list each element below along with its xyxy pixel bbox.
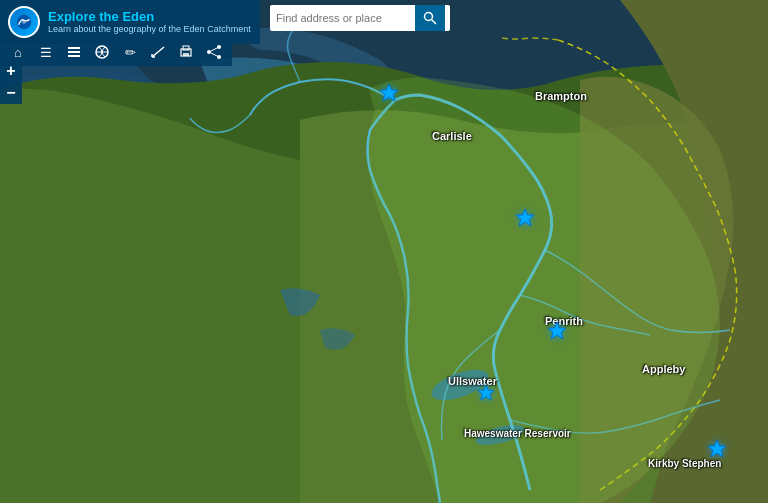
zoom-out-button[interactable]: − [0,82,22,104]
svg-rect-10 [68,51,80,53]
toolbar: ⌂ ☰ ✏ [0,38,232,66]
draw-tool[interactable]: ✏ [120,42,140,62]
svg-rect-9 [68,47,80,49]
list-tool[interactable]: ☰ [36,42,56,62]
svg-rect-19 [183,53,189,56]
svg-point-21 [207,50,211,54]
zoom-controls: + − [0,60,22,104]
svg-rect-11 [68,55,80,57]
svg-line-24 [211,53,217,56]
search-button[interactable] [415,5,445,31]
zoom-in-button[interactable]: + [0,60,22,82]
measure-tool[interactable] [148,42,168,62]
svg-point-20 [217,45,221,49]
share-tool[interactable] [204,42,224,62]
map-container: Explore the Eden Learn about the geograp… [0,0,768,503]
svg-line-23 [211,48,217,51]
header-text: Explore the Eden Learn about the geograp… [48,9,251,35]
svg-point-6 [22,20,26,24]
print-tool[interactable] [176,42,196,62]
svg-point-7 [425,13,433,21]
svg-line-8 [432,20,437,25]
layers-tool[interactable] [64,42,84,62]
search-bar[interactable] [270,5,450,31]
app-title: Explore the Eden [48,9,251,25]
svg-line-14 [152,47,164,57]
search-input[interactable] [270,12,415,24]
basemap-tool[interactable] [92,42,112,62]
logo [8,6,40,38]
logo-inner [10,8,38,36]
app-subtitle: Learn about the geography of the Eden Ca… [48,24,251,35]
svg-point-22 [217,55,221,59]
home-tool[interactable]: ⌂ [8,42,28,62]
